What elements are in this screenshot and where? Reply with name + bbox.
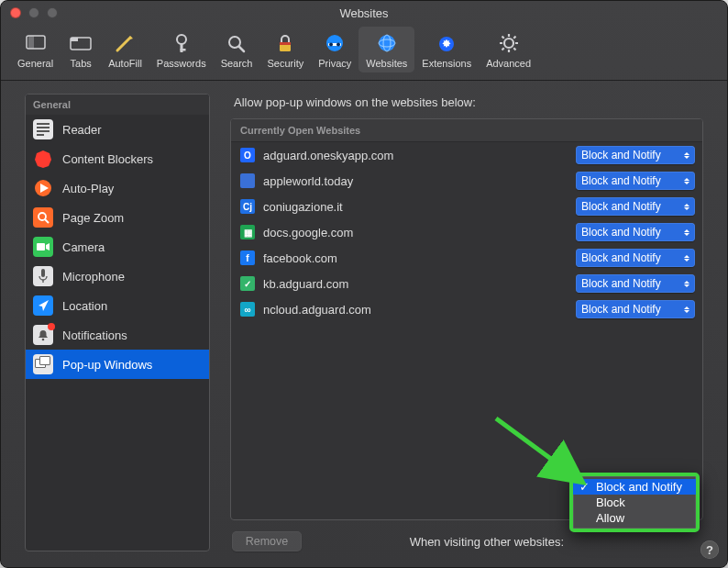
popup-option[interactable]: Block [573,495,696,510]
sidebar-item-label: Location [62,299,107,313]
popup-option-label: Block and Notify [596,480,682,494]
website-row[interactable]: ✓ kb.adguard.com Block and Notify [231,271,702,296]
favicon: ✓ [240,276,255,291]
content-blockers-icon [33,149,53,169]
svg-marker-34 [46,243,50,251]
toolbar-general[interactable]: General [10,27,61,72]
permission-select[interactable]: Block and Notify [576,146,695,164]
svg-point-31 [39,213,46,220]
website-row[interactable]: O adguard.oneskyapp.com Block and Notify [231,142,702,168]
sidebar-item-reader[interactable]: Reader [26,115,209,144]
sidebar-item-popups[interactable]: Pop-up Windows [26,350,209,379]
website-domain: kb.adguard.com [263,277,568,291]
sidebar-header: General [26,95,209,115]
sidebar-item-label: Reader [62,123,102,137]
toolbar-websites[interactable]: Websites [358,27,414,72]
website-domain: adguard.oneskyapp.com [263,149,568,162]
toolbar-autofill[interactable]: AutoFill [101,27,149,72]
list-header: Currently Open Websites [231,119,702,142]
permission-select[interactable]: Block and Notify [576,197,695,216]
popup-option[interactable]: Allow [573,510,696,526]
website-row[interactable]: f facebook.com Block and Notify [231,245,702,271]
preferences-window: Websites General Tabs AutoFill Passwords… [0,0,728,568]
toolbar-label: General [17,58,53,69]
remove-button[interactable]: Remove [232,531,302,551]
website-domain: appleworld.today [263,174,568,188]
security-icon [272,30,298,56]
svg-rect-6 [180,49,185,51]
website-row[interactable]: ▦ docs.google.com Block and Notify [231,219,702,245]
sidebar-item-label: Microphone [62,270,125,284]
sidebar-item-location[interactable]: Location [26,291,209,320]
toolbar-extensions[interactable]: Extensions [414,27,479,72]
page-zoom-icon [33,207,53,228]
sidebar-item-notifications[interactable]: Notifications [26,320,209,350]
favicon: f [240,251,255,265]
toolbar-advanced[interactable]: Advanced [479,27,538,72]
sidebar-item-label: Notifications [62,329,127,342]
svg-point-4 [177,35,186,44]
notifications-icon [33,325,53,345]
sidebar-item-autoplay[interactable]: Auto-Play [26,173,209,203]
permission-select[interactable]: Block and Notify [576,172,695,190]
website-row[interactable]: ∞ ncloud.adguard.com Block and Notify [231,296,702,322]
website-domain: coniugazione.it [263,200,568,214]
microphone-icon [33,266,53,286]
toolbar-passwords[interactable]: Passwords [149,27,214,72]
toolbar-label: Search [221,58,253,69]
toolbar-privacy[interactable]: Privacy [311,27,358,72]
autoplay-icon [33,178,53,198]
other-websites-popup[interactable]: ✓Block and NotifyBlockAllow [569,473,700,532]
toolbar-security[interactable]: Security [259,27,311,72]
sidebar-item-label: Page Zoom [62,211,124,225]
svg-line-25 [513,48,515,50]
websites-icon [374,30,400,56]
website-domain: docs.google.com [263,226,568,239]
permission-value: Block and Notify [581,277,661,290]
toolbar-search[interactable]: Search [214,27,260,72]
popups-icon [33,354,53,374]
permission-select[interactable]: Block and Notify [576,300,695,318]
website-row[interactable]: appleworld.today Block and Notify [231,168,702,194]
svg-line-32 [45,219,49,223]
favicon: ▦ [240,225,255,239]
svg-rect-33 [37,243,45,251]
sidebar-item-label: Pop-up Windows [62,358,152,372]
permission-select[interactable]: Block and Notify [576,274,695,293]
sidebar-item-camera[interactable]: Camera [26,232,209,262]
popup-option[interactable]: ✓Block and Notify [573,479,696,495]
permission-select[interactable]: Block and Notify [576,249,695,267]
stepper-icon [684,204,689,210]
permission-select[interactable]: Block and Notify [576,223,695,241]
camera-icon [33,237,53,257]
tabs-icon [68,30,94,56]
checkmark-icon: ✓ [579,480,590,494]
websites-list: Currently Open Websites O adguard.onesky… [230,118,703,520]
popup-option-label: Allow [596,511,624,525]
sidebar-item-content-blockers[interactable]: Content Blockers [26,144,209,173]
toolbar-tabs[interactable]: Tabs [61,27,101,72]
sidebar-item-microphone[interactable]: Microphone [26,262,209,291]
preferences-toolbar: General Tabs AutoFill Passwords Search S… [1,21,727,80]
other-websites-label: When visiting other websites: [410,535,564,549]
popup-option-label: Block [596,496,625,509]
svg-point-38 [42,339,45,341]
sidebar-item-page-zoom[interactable]: Page Zoom [26,203,209,232]
website-row[interactable]: Cj coniugazione.it Block and Notify [231,194,702,219]
favicon: ∞ [240,302,255,317]
sidebar-item-label: Content Blockers [62,152,153,166]
autofill-icon [112,30,138,56]
window-title: Websites [1,6,727,20]
svg-line-26 [513,37,515,39]
permission-value: Block and Notify [581,149,661,161]
pane-heading: Allow pop-up windows on the websites bel… [234,95,703,109]
toolbar-label: Privacy [318,58,351,69]
favicon: O [240,148,255,162]
toolbar-label: Websites [366,58,407,69]
permission-value: Block and Notify [581,174,661,187]
permission-value: Block and Notify [581,200,661,213]
help-button[interactable]: ? [700,540,719,559]
passwords-icon [169,30,194,56]
stepper-icon [684,306,689,313]
svg-marker-37 [39,300,49,311]
